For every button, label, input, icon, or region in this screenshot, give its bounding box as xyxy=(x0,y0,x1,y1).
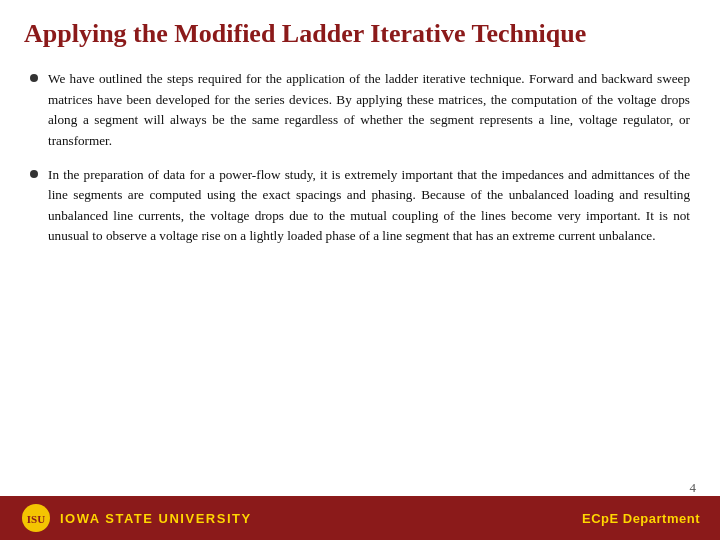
svg-text:ISU: ISU xyxy=(27,513,45,525)
bullet-dot-icon xyxy=(30,74,38,82)
page-number: 4 xyxy=(690,480,697,496)
slide-footer: ISU Iowa State University ECpE Departmen… xyxy=(0,496,720,540)
slide: Applying the Modified Ladder Iterative T… xyxy=(0,0,720,540)
list-item: We have outlined the steps required for … xyxy=(30,69,690,151)
bullet-text-1: We have outlined the steps required for … xyxy=(48,69,690,151)
slide-body: We have outlined the steps required for … xyxy=(0,59,720,540)
footer-logo: ISU Iowa State University xyxy=(20,502,252,534)
bullet-text-2: In the preparation of data for a power-f… xyxy=(48,165,690,247)
list-item: In the preparation of data for a power-f… xyxy=(30,165,690,247)
slide-header: Applying the Modified Ladder Iterative T… xyxy=(0,0,720,59)
university-emblem-icon: ISU xyxy=(20,502,52,534)
bullet-list: We have outlined the steps required for … xyxy=(30,69,690,247)
bullet-dot-icon xyxy=(30,170,38,178)
footer-department-label: ECpE Department xyxy=(582,511,700,526)
slide-title: Applying the Modified Ladder Iterative T… xyxy=(24,18,696,49)
footer-university-label: Iowa State University xyxy=(60,511,252,526)
